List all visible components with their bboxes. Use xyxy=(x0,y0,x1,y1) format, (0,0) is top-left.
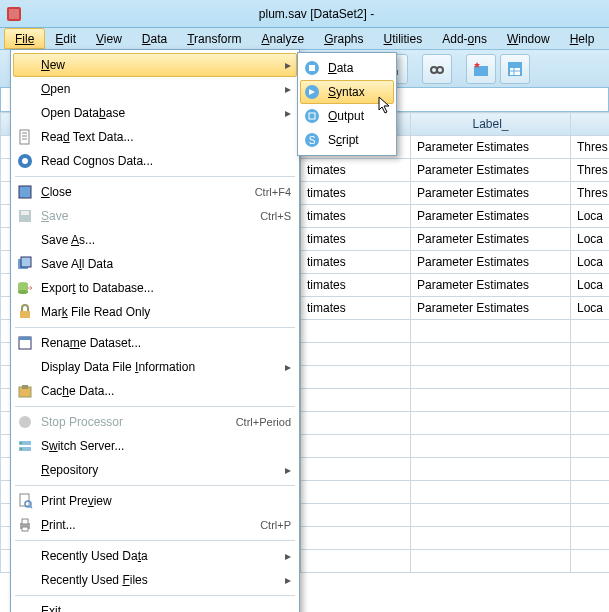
cell[interactable]: Loca xyxy=(571,228,610,251)
server-icon xyxy=(15,437,35,455)
cell[interactable]: Thres xyxy=(571,182,610,205)
menu-item-new[interactable]: New ▸ xyxy=(13,53,297,77)
cell[interactable]: Thres xyxy=(571,136,610,159)
preview-icon xyxy=(15,492,35,510)
window-title: plum.sav [DataSet2] - xyxy=(30,7,603,21)
file-menu-dropdown: New ▸ Open▸ Open Database▸ Read Text Dat… xyxy=(10,49,300,612)
svg-rect-28 xyxy=(19,186,31,198)
svg-point-41 xyxy=(19,416,31,428)
menu-item-print-preview[interactable]: Print Preview xyxy=(13,489,297,513)
cell[interactable]: timates xyxy=(301,159,411,182)
svg-rect-36 xyxy=(20,311,30,318)
app-icon xyxy=(6,6,22,22)
toolbar-star-grid-button[interactable] xyxy=(466,54,496,84)
file-icon xyxy=(15,128,35,146)
blank-icon xyxy=(15,56,35,74)
menu-item-switch-server[interactable]: Switch Server... xyxy=(13,434,297,458)
menu-item-recent-data[interactable]: Recently Used Data▸ xyxy=(13,544,297,568)
menu-view[interactable]: View xyxy=(86,28,132,49)
cell[interactable]: Loca xyxy=(571,274,610,297)
submenu-item-data[interactable]: Data xyxy=(300,56,394,80)
cell[interactable]: Parameter Estimates xyxy=(411,182,571,205)
cell[interactable]: Parameter Estimates xyxy=(411,136,571,159)
menu-analyze[interactable]: Analyze xyxy=(251,28,314,49)
cell[interactable]: timates xyxy=(301,205,411,228)
close-icon xyxy=(15,183,35,201)
svg-rect-53 xyxy=(309,65,315,71)
menu-item-cache[interactable]: Cache Data... xyxy=(13,379,297,403)
submenu-item-syntax[interactable]: Syntax xyxy=(300,80,394,104)
menu-item-display-info[interactable]: Display Data File Information▸ xyxy=(13,355,297,379)
grid-icon xyxy=(15,334,35,352)
menu-item-save-as[interactable]: Save As... xyxy=(13,228,297,252)
menu-graphs[interactable]: Graphs xyxy=(314,28,373,49)
menu-file[interactable]: File xyxy=(4,28,45,49)
toolbar-blue-grid-button[interactable] xyxy=(500,54,530,84)
svg-rect-30 xyxy=(21,211,29,215)
menu-item-rename-dataset[interactable]: Rename Dataset... xyxy=(13,331,297,355)
menu-item-open-database[interactable]: Open Database▸ xyxy=(13,101,297,125)
cell[interactable]: Parameter Estimates xyxy=(411,297,571,320)
cell[interactable]: timates xyxy=(301,182,411,205)
col-header-label[interactable]: Label_ xyxy=(411,113,571,136)
menu-item-close[interactable]: CloseCtrl+F4 xyxy=(13,180,297,204)
toolbar-find-button[interactable] xyxy=(422,54,452,84)
menu-item-repository[interactable]: Repository▸ xyxy=(13,458,297,482)
cell[interactable]: Loca xyxy=(571,297,610,320)
print-icon xyxy=(15,516,35,534)
submenu-item-output[interactable]: Output xyxy=(300,104,394,128)
menu-item-read-cognos[interactable]: Read Cognos Data... xyxy=(13,149,297,173)
svg-point-45 xyxy=(20,448,22,450)
cognos-icon xyxy=(15,152,35,170)
menu-item-save-all[interactable]: Save All Data xyxy=(13,252,297,276)
cell[interactable]: timates xyxy=(301,297,411,320)
cell[interactable]: Parameter Estimates xyxy=(411,205,571,228)
menu-item-open[interactable]: Open▸ xyxy=(13,77,297,101)
svg-rect-40 xyxy=(22,385,28,389)
menu-edit[interactable]: Edit xyxy=(45,28,86,49)
menu-help[interactable]: Help xyxy=(560,28,605,49)
svg-rect-38 xyxy=(19,337,31,340)
stop-icon xyxy=(15,413,35,431)
menu-window[interactable]: Window xyxy=(497,28,560,49)
data-icon xyxy=(302,59,322,77)
output-icon xyxy=(302,107,322,125)
export-icon xyxy=(15,279,35,297)
svg-rect-22 xyxy=(20,130,29,144)
cell[interactable]: Parameter Estimates xyxy=(411,228,571,251)
svg-point-15 xyxy=(437,67,443,73)
cell[interactable]: Parameter Estimates xyxy=(411,159,571,182)
cell[interactable]: timates xyxy=(301,251,411,274)
cell[interactable]: Loca xyxy=(571,251,610,274)
menu-item-save: SaveCtrl+S xyxy=(13,204,297,228)
menu-utilities[interactable]: Utilities xyxy=(374,28,433,49)
svg-line-48 xyxy=(30,506,32,508)
menu-item-print[interactable]: Print...Ctrl+P xyxy=(13,513,297,537)
svg-text:S: S xyxy=(309,135,316,146)
submenu-item-script[interactable]: S Script xyxy=(300,128,394,152)
menu-item-mark-readonly[interactable]: Mark File Read Only xyxy=(13,300,297,324)
save-icon xyxy=(15,207,35,225)
menu-addons[interactable]: Add-ons xyxy=(432,28,497,49)
menu-item-exit[interactable]: Exit xyxy=(13,599,297,612)
new-submenu: Data Syntax Output S Script xyxy=(297,52,397,156)
col-header-2[interactable] xyxy=(571,113,610,136)
titlebar: plum.sav [DataSet2] - xyxy=(0,0,609,28)
menu-item-read-text[interactable]: Read Text Data... xyxy=(13,125,297,149)
menu-item-recent-files[interactable]: Recently Used Files▸ xyxy=(13,568,297,592)
cell[interactable]: Parameter Estimates xyxy=(411,274,571,297)
svg-rect-16 xyxy=(474,66,488,76)
cell[interactable]: Parameter Estimates xyxy=(411,251,571,274)
submenu-arrow-icon: ▸ xyxy=(283,58,291,72)
menu-transform[interactable]: Transform xyxy=(177,28,251,49)
menu-item-stop-processor: Stop ProcessorCtrl+Period xyxy=(13,410,297,434)
menu-data[interactable]: Data xyxy=(132,28,177,49)
cell[interactable]: Loca xyxy=(571,205,610,228)
cell[interactable]: timates xyxy=(301,274,411,297)
svg-point-44 xyxy=(20,442,22,444)
svg-point-27 xyxy=(22,158,28,164)
cache-icon xyxy=(15,382,35,400)
cell[interactable]: Thres xyxy=(571,159,610,182)
cell[interactable]: timates xyxy=(301,228,411,251)
menu-item-export-db[interactable]: Export to Database... xyxy=(13,276,297,300)
